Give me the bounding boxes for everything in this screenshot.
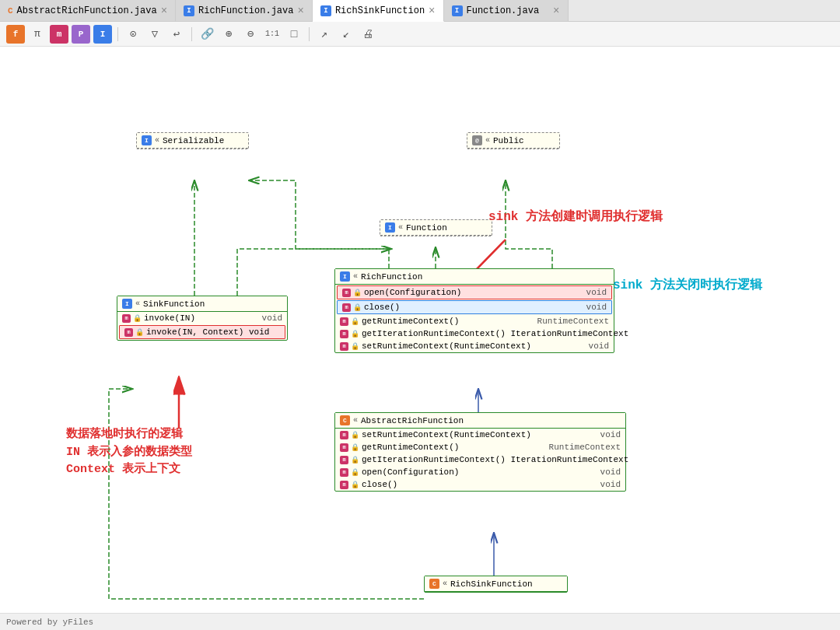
btn-i[interactable]: I <box>93 25 112 44</box>
method-name: setRuntimeContext(RuntimeContext) <box>362 341 580 351</box>
method-name: open(Configuration) <box>362 467 592 477</box>
btn-print[interactable]: 🖨 <box>359 25 377 44</box>
method-name: setRuntimeContext(RuntimeContext) <box>362 430 592 439</box>
interface-icon: I <box>122 299 132 309</box>
btn-f[interactable]: f <box>6 25 25 44</box>
class-stereotype: « <box>353 272 358 281</box>
lock-icon: 🔒 <box>351 431 359 439</box>
btn-zoom-in[interactable]: ⊕ <box>219 25 238 44</box>
method-name: invoke(IN) <box>144 313 254 323</box>
class-function: I « Function <box>380 219 492 236</box>
method-invoke-context: m 🔒 invoke(IN, Context) void <box>119 325 285 339</box>
method-icon: m <box>340 431 348 439</box>
tab-richsinkfunction[interactable]: I RichSinkFunction × <box>313 0 444 22</box>
method-name: invoke(IN, Context) void <box>146 327 280 337</box>
tab-close-icon[interactable]: × <box>297 5 303 16</box>
toolbar-separator <box>117 27 118 41</box>
method-getruntimecontext: m 🔒 getRuntimeContext() RuntimeContext <box>335 441 625 453</box>
return-type: void <box>600 430 621 439</box>
btn-filter[interactable]: ▽ <box>145 25 164 44</box>
return-type: void <box>589 341 609 351</box>
class-name: Public <box>493 136 524 145</box>
class-public: @ « Public <box>467 132 560 149</box>
lock-icon: 🔒 <box>135 328 144 337</box>
btn-zoom-out[interactable]: ⊖ <box>241 25 260 44</box>
annotation-sink-close: sink 方法关闭时执行逻辑 <box>613 277 762 294</box>
method-close: m 🔒 close() void <box>337 300 612 314</box>
class-header: I « RichFunction <box>335 269 614 285</box>
lock-icon: 🔒 <box>353 289 362 297</box>
return-type: void <box>262 313 282 323</box>
btn-p[interactable]: P <box>72 25 90 44</box>
btn-link[interactable]: 🔗 <box>198 25 216 44</box>
lock-icon: 🔒 <box>133 314 142 323</box>
lock-icon: 🔒 <box>351 456 359 464</box>
method-icon: m <box>340 456 348 464</box>
class-stereotype: « <box>398 223 403 232</box>
tab-i-icon: I <box>184 5 194 16</box>
method-name: close() <box>364 303 578 312</box>
method-icon: m <box>340 481 348 489</box>
method-getruntimecontext: m 🔒 getRuntimeContext() RuntimeContext <box>335 315 614 327</box>
btn-m[interactable]: m <box>50 25 68 44</box>
method-icon: m <box>342 303 351 312</box>
method-icon: m <box>340 468 348 477</box>
btn-import[interactable]: ↙ <box>337 25 355 44</box>
class-stereotype: « <box>155 136 159 145</box>
return-type: void <box>600 467 621 477</box>
class-name: RichSinkFunction <box>450 579 533 589</box>
diagram-canvas[interactable]: I « Serializable @ « Public I « Function… <box>0 47 840 613</box>
method-close: m 🔒 close() void <box>335 478 625 491</box>
method-icon: m <box>340 330 348 338</box>
tab-i-icon: I <box>320 5 331 16</box>
btn-rect[interactable]: □ <box>285 25 303 44</box>
method-name: getIterationRuntimeContext() IterationRu… <box>362 455 628 464</box>
return-type: RuntimeContext <box>549 443 621 452</box>
tab-label: RichFunction.java <box>198 5 293 16</box>
method-invoke: m 🔒 invoke(IN) void <box>117 312 287 324</box>
tab-richfunction[interactable]: I RichFunction.java × <box>176 0 313 21</box>
tab-abstractrichfunction[interactable]: C AbstractRichFunction.java × <box>0 0 176 21</box>
btn-pi[interactable]: π <box>28 25 47 44</box>
toolbar-separator <box>309 27 310 41</box>
class-name: RichFunction <box>361 272 422 282</box>
class-abstractrichfunction: C « AbstractRichFunction m 🔒 setRuntimeC… <box>334 412 626 492</box>
tab-close-icon[interactable]: × <box>553 5 559 16</box>
method-open: m 🔒 open(Configuration) void <box>337 285 612 299</box>
btn-fit[interactable]: 1:1 <box>263 25 282 44</box>
btn-export[interactable]: ↗ <box>315 25 334 44</box>
tab-label: AbstractRichFunction.java <box>17 5 157 16</box>
class-name: Function <box>406 223 447 233</box>
btn-back[interactable]: ↩ <box>167 25 186 44</box>
class-header: C « RichSinkFunction <box>425 576 567 592</box>
btn-search[interactable]: ⊙ <box>124 25 142 44</box>
class-header: C « AbstractRichFunction <box>335 413 625 429</box>
tab-close-icon[interactable]: × <box>429 5 435 16</box>
class-header: I « Serializable <box>137 133 248 149</box>
method-setruntimecontext: m 🔒 setRuntimeContext(RuntimeContext) vo… <box>335 429 625 441</box>
return-type: void <box>586 303 607 312</box>
tab-function[interactable]: I Function.java × <box>444 0 569 21</box>
footer-text: Powered by yFiles <box>6 618 93 627</box>
method-name: getIterationRuntimeContext() IterationRu… <box>362 329 628 338</box>
tab-close-icon[interactable]: × <box>161 5 167 16</box>
class-stereotype: « <box>485 136 490 145</box>
annotation-sink-open: sink 方法创建时调用执行逻辑 <box>488 208 663 226</box>
method-getiterationruntimecontext: m 🔒 getIterationRuntimeContext() Iterati… <box>335 327 614 340</box>
class-icon: C <box>429 579 439 589</box>
toolbar: f π m P I ⊙ ▽ ↩ 🔗 ⊕ ⊖ 1:1 □ ↗ ↙ 🖨 <box>0 22 840 47</box>
class-stereotype: « <box>135 299 140 308</box>
lock-icon: 🔒 <box>353 303 362 312</box>
footer: Powered by yFiles <box>0 613 840 630</box>
return-type: RuntimeContext <box>537 317 609 326</box>
class-header: I « SinkFunction <box>117 296 287 312</box>
tab-c-icon: C <box>8 6 13 16</box>
lock-icon: 🔒 <box>351 342 359 351</box>
tab-label: Function.java <box>467 5 540 16</box>
method-name: close() <box>362 480 592 489</box>
lock-icon: 🔒 <box>351 468 359 477</box>
method-icon: m <box>124 328 133 337</box>
annotation-data-logic: 数据落地时执行的逻辑 IN 表示入参的数据类型 Context 表示上下文 <box>66 426 192 479</box>
class-header: @ « Public <box>467 133 559 149</box>
interface-icon: I <box>340 271 350 282</box>
